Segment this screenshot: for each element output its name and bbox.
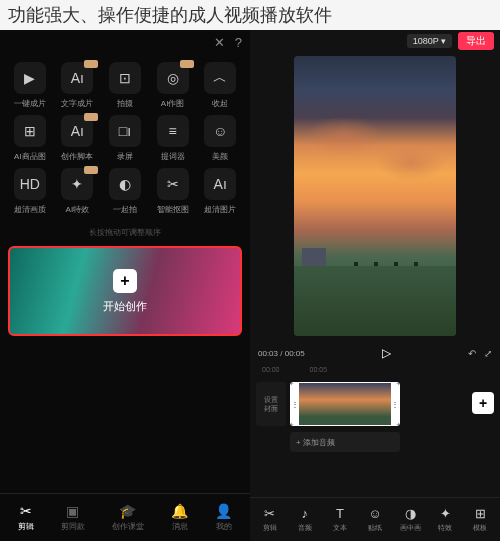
tool-ai-product[interactable]: ⊞AI商品图 — [9, 115, 51, 162]
tool-effects[interactable]: ✦特效 — [428, 506, 463, 533]
set-cover-button[interactable]: 设置 封面 — [256, 382, 286, 426]
user-icon: 👤 — [215, 503, 232, 519]
play-button[interactable]: ▷ — [382, 346, 391, 360]
start-create-button[interactable]: + 开始创作 — [8, 246, 242, 336]
tool-cutout[interactable]: ✂智能抠图 — [152, 168, 194, 215]
scissors-icon: ✂ — [264, 506, 275, 521]
nav-learn[interactable]: 🎓创作课堂 — [112, 503, 144, 532]
tool-sticker[interactable]: ☺贴纸 — [357, 506, 392, 533]
camera-icon: ⊡ — [109, 62, 141, 94]
time-display: 00:03 / 00:05 — [258, 349, 305, 358]
tool-row-1: ▶一键成片 Aı文字成片 ⊡拍摄 ◎AI作图 ︿收起 — [6, 62, 244, 109]
tool-teleprompter[interactable]: ≡提词器 — [152, 115, 194, 162]
tool-camera[interactable]: ⊡拍摄 — [104, 62, 146, 109]
bell-icon: 🔔 — [171, 503, 188, 519]
nav-templates[interactable]: ▣剪同款 — [61, 503, 85, 532]
left-pane: ✕ ? ▶一键成片 Aı文字成片 ⊡拍摄 ◎AI作图 ︿收起 ⊞AI商品图 Aı… — [0, 30, 250, 541]
hd-icon: HD — [14, 168, 46, 200]
tool-beauty[interactable]: ☺美颜 — [199, 115, 241, 162]
tool-script[interactable]: Aı创作脚本 — [56, 115, 98, 162]
grid-icon: ⊞ — [14, 115, 46, 147]
video-clip[interactable]: ⋮ ⋮ — [290, 382, 400, 426]
music-icon: ♪ — [301, 506, 308, 521]
tool-edit[interactable]: ✂剪辑 — [252, 506, 287, 533]
new-badge — [180, 60, 194, 68]
timeline[interactable]: 设置 封面 ⋮ ⋮ + + 添加音频 — [250, 378, 500, 497]
nav-profile[interactable]: 👤我的 — [215, 503, 232, 532]
new-badge — [84, 166, 98, 174]
play-icon: ▶ — [14, 62, 46, 94]
new-badge — [84, 60, 98, 68]
hd-image-icon: Aı — [204, 168, 236, 200]
timeline-ruler: 00:00 00:05 — [250, 366, 500, 378]
tool-audio[interactable]: ♪音频 — [287, 506, 322, 533]
tool-pip[interactable]: ◑画中画 — [393, 506, 428, 533]
template-icon: ⊞ — [475, 506, 486, 521]
tool-collapse[interactable]: ︿收起 — [199, 62, 241, 109]
clip-handle-left[interactable]: ⋮ — [291, 383, 299, 425]
right-pane: 1080P ▾ 导出 00:03 / 00:05 ▷ ↶ ⤢ 00:00 00:… — [250, 30, 500, 541]
plus-icon: + — [113, 269, 137, 293]
tool-grid: ▶一键成片 Aı文字成片 ⊡拍摄 ◎AI作图 ︿收起 ⊞AI商品图 Aı创作脚本… — [0, 54, 250, 225]
nav-messages[interactable]: 🔔消息 — [171, 503, 188, 532]
start-create-label: 开始创作 — [103, 299, 147, 314]
fullscreen-button[interactable]: ⤢ — [484, 348, 492, 359]
page-title: 功能强大、操作便捷的成人视频播放软件 — [0, 0, 500, 30]
playbar: 00:03 / 00:05 ▷ ↶ ⤢ — [250, 340, 500, 366]
tool-template[interactable]: ⊞模板 — [463, 506, 498, 533]
tool-text-to-video[interactable]: Aı文字成片 — [56, 62, 98, 109]
scissors-icon: ✂ — [20, 503, 32, 519]
tool-record[interactable]: □ı录屏 — [104, 115, 146, 162]
export-button[interactable]: 导出 — [458, 32, 494, 50]
tool-row-2: ⊞AI商品图 Aı创作脚本 □ı录屏 ≡提词器 ☺美颜 — [6, 115, 244, 162]
tool-ai-effect[interactable]: ✦AI特效 — [56, 168, 98, 215]
drag-hint: 长按拖动可调整顺序 — [0, 227, 250, 238]
video-preview[interactable] — [294, 56, 456, 336]
smiley-icon: ☺ — [204, 115, 236, 147]
ruler-tick: 00:05 — [310, 366, 328, 378]
cutout-icon: ✂ — [157, 168, 189, 200]
duo-icon: ◐ — [109, 168, 141, 200]
chevron-up-icon: ︿ — [204, 62, 236, 94]
tool-row-3: HD超清画质 ✦AI特效 ◐一起拍 ✂智能抠图 Aı超清图片 — [6, 168, 244, 215]
close-icon[interactable]: ✕ — [214, 35, 225, 50]
sticker-icon: ☺ — [368, 506, 381, 521]
sparkle-icon: ✦ — [440, 506, 451, 521]
teleprompter-icon: ≡ — [157, 115, 189, 147]
new-badge — [84, 113, 98, 121]
tool-one-click[interactable]: ▶一键成片 — [9, 62, 51, 109]
tool-text[interactable]: T文本 — [322, 506, 357, 533]
clip-handle-right[interactable]: ⋮ — [391, 383, 399, 425]
tool-hd[interactable]: HD超清画质 — [9, 168, 51, 215]
add-audio-button[interactable]: + 添加音频 — [290, 432, 400, 452]
undo-button[interactable]: ↶ — [468, 348, 476, 359]
graduation-icon: 🎓 — [119, 503, 136, 519]
add-clip-button[interactable]: + — [472, 392, 494, 414]
bottom-nav: ✂剪辑 ▣剪同款 🎓创作课堂 🔔消息 👤我的 — [0, 493, 250, 541]
editor-toolbar: ✂剪辑 ♪音频 T文本 ☺贴纸 ◑画中画 ✦特效 ⊞模板 — [250, 497, 500, 541]
pip-icon: ◑ — [405, 506, 416, 521]
tool-hd-image[interactable]: Aı超清图片 — [199, 168, 241, 215]
text-icon: T — [336, 506, 344, 521]
tool-ai-image[interactable]: ◎AI作图 — [152, 62, 194, 109]
nav-edit[interactable]: ✂剪辑 — [18, 503, 34, 532]
resolution-select[interactable]: 1080P ▾ — [407, 34, 452, 48]
tool-together[interactable]: ◐一起拍 — [104, 168, 146, 215]
template-icon: ▣ — [66, 503, 79, 519]
record-icon: □ı — [109, 115, 141, 147]
help-icon[interactable]: ? — [235, 35, 242, 50]
ruler-tick: 00:00 — [262, 366, 280, 378]
